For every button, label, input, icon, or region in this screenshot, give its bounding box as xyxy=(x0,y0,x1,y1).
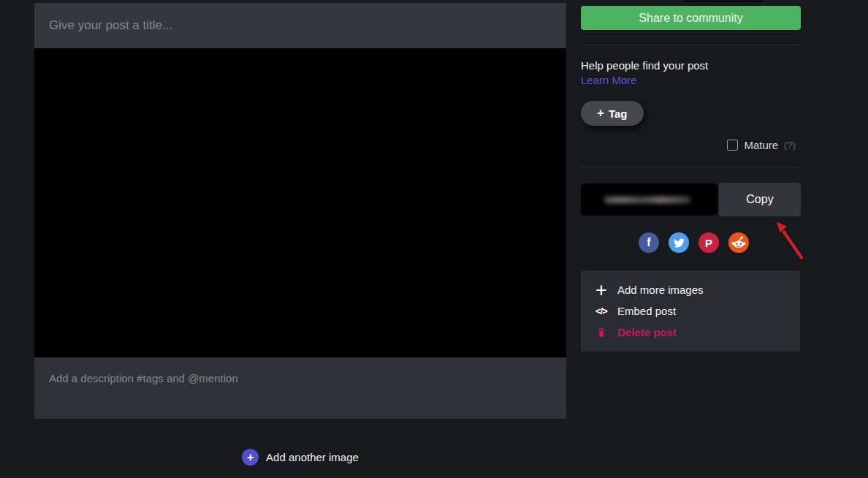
add-more-images-button[interactable]: + Add more images xyxy=(581,279,800,300)
divider xyxy=(581,45,800,45)
post-image[interactable] xyxy=(34,48,566,357)
embed-post-label: Embed post xyxy=(617,305,676,317)
cutoff-button-top xyxy=(683,0,764,3)
plus-circle-icon: + xyxy=(242,449,259,466)
post-url-field-redacted[interactable] xyxy=(581,183,717,216)
share-url-row: Copy xyxy=(581,183,800,216)
post-title-input[interactable] xyxy=(34,3,566,48)
delete-post-button[interactable]: Delete post xyxy=(581,322,800,343)
learn-more-link[interactable]: Learn More xyxy=(581,74,637,86)
twitter-share-icon[interactable] xyxy=(669,232,689,253)
add-another-image-button[interactable]: + Add another image xyxy=(34,447,566,467)
social-share-row: f P xyxy=(639,232,749,253)
share-to-community-button[interactable]: Share to community xyxy=(581,6,801,30)
post-actions-panel: + Add more images </> Embed post Delete … xyxy=(581,270,800,352)
help-people-text: Help people find your post xyxy=(581,59,708,72)
delete-post-label: Delete post xyxy=(617,326,677,338)
code-icon: </> xyxy=(594,306,609,316)
embed-post-button[interactable]: </> Embed post xyxy=(581,300,800,322)
tag-button-label: Tag xyxy=(609,107,628,120)
description-input-bar xyxy=(34,357,566,419)
plus-icon: + xyxy=(594,283,609,297)
reddit-alien-icon xyxy=(731,235,747,251)
reddit-share-icon[interactable] xyxy=(728,232,749,253)
mature-help-hint[interactable]: (?) xyxy=(784,140,796,151)
facebook-letter: f xyxy=(647,236,650,249)
trash-icon xyxy=(594,327,609,338)
add-tag-button[interactable]: + Tag xyxy=(581,101,644,126)
add-another-image-label: Add another image xyxy=(266,451,359,463)
facebook-share-icon[interactable]: f xyxy=(639,232,659,253)
pinterest-letter: P xyxy=(705,237,712,249)
mature-label: Mature xyxy=(744,139,778,151)
red-annotation-arrow xyxy=(767,218,811,265)
pinterest-share-icon[interactable]: P xyxy=(698,232,719,253)
plus-icon: + xyxy=(597,106,604,121)
twitter-bird-icon xyxy=(674,238,685,249)
mature-row: Mature (?) xyxy=(727,139,796,151)
add-more-images-label: Add more images xyxy=(617,284,704,296)
redacted-url-smudge xyxy=(604,197,690,203)
title-input-bar xyxy=(34,3,566,48)
copy-url-button[interactable]: Copy xyxy=(719,183,801,216)
divider xyxy=(581,167,800,167)
mature-checkbox[interactable] xyxy=(727,140,738,151)
post-sidebar: Share to community Help people find your… xyxy=(581,0,800,478)
post-description-input[interactable] xyxy=(34,357,566,419)
